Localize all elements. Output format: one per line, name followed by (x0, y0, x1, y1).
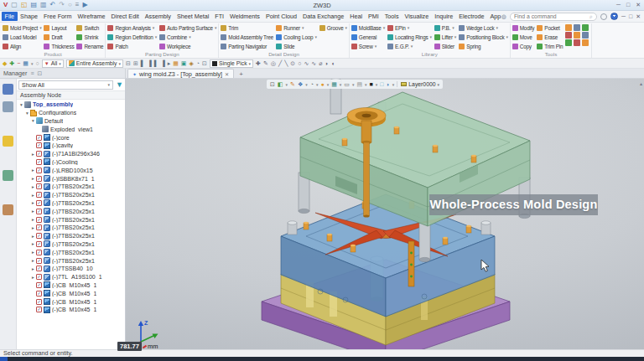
redo-icon[interactable]: ↷ (59, 1, 65, 9)
tool-icon[interactable] (574, 39, 580, 46)
ribbon-button-rename[interactable]: Rename (76, 42, 103, 50)
menu-tab-file[interactable]: File (2, 12, 18, 21)
tree-item-isbbk8x71-1[interactable]: ▸✓(-)ISBBK8x71_1 (17, 174, 125, 183)
layer-dropdown[interactable]: Layer0000 ▾ (397, 81, 439, 87)
checkbox[interactable]: ✓ (36, 151, 42, 157)
ribbon-button-e-g-p[interactable]: E.G.P.▾ (387, 42, 432, 50)
checkbox[interactable]: ✓ (36, 258, 42, 264)
checkbox[interactable]: ✓ (36, 200, 42, 206)
app-logo-icon[interactable]: V (3, 1, 8, 9)
toolbar-icon[interactable]: ▐ (161, 59, 165, 68)
tree-item-7tbs20x25x1[interactable]: ▸✓(-)7TBS20x25x1 (17, 215, 125, 224)
tree-item-7tbs20x25x1[interactable]: ▸✓(-)7TBS20x25x1 (17, 232, 125, 240)
filter-dropdown[interactable]: ▼ All ▾ (42, 59, 64, 68)
view-toolbar-icon[interactable]: ■ (370, 80, 373, 88)
ribbon-button-groove[interactable]: Groove▾ (319, 23, 347, 32)
expander-icon[interactable]: ▸ (30, 176, 36, 181)
doc-minimize-icon[interactable]: ─ (621, 13, 626, 19)
ribbon-button-modify[interactable]: Modify (512, 23, 535, 32)
ribbon-button-shrink[interactable]: Shrink (76, 33, 103, 41)
view-toolbar-icon[interactable]: ✎ (290, 80, 295, 88)
pick-mode-dropdown[interactable]: Single Pick ▾ (210, 59, 253, 68)
minimize-icon[interactable]: ─ (616, 2, 621, 8)
tree-item-cavity[interactable]: ✓(-)cavity (17, 142, 125, 150)
menu-tab-inquire[interactable]: Inquire (432, 12, 456, 21)
toolbar-icon[interactable]: ✚ (256, 59, 261, 68)
menu-tab-heal[interactable]: Heal (347, 12, 366, 21)
tree-item-7tbs20x25x1[interactable]: ▸✓(-)7TBS20x25x1 (17, 240, 125, 249)
ribbon-button-align[interactable]: Align (3, 42, 41, 50)
panel-dock-icon[interactable]: ⊡ (37, 70, 42, 77)
checkbox[interactable]: ✓ (36, 183, 42, 189)
ribbon-button-general[interactable]: General (351, 33, 385, 41)
ribbon-button-slide[interactable]: Slide (276, 42, 317, 50)
expander-icon[interactable]: ▸ (30, 275, 36, 280)
expander-icon[interactable]: ▸ (30, 200, 36, 205)
checkbox[interactable]: ✓ (36, 192, 42, 198)
ribbon-button-parting-navigator[interactable]: Parting Navigator (221, 42, 273, 50)
toolbar-icon[interactable]: ╱ (278, 59, 282, 68)
menu-tab-sheet-metal[interactable]: Sheet Metal (174, 12, 211, 21)
tree-item-cooling[interactable]: ✓(-)Cooling (17, 158, 125, 167)
checkbox[interactable]: ✓ (36, 282, 42, 288)
visual-manager-tab-icon[interactable] (3, 136, 13, 147)
tree-item-configurations[interactable]: ▾Configurations (17, 109, 125, 117)
toolbar-icon[interactable]: ▦ (23, 59, 29, 68)
filter-funnel-icon[interactable]: ▼ (116, 81, 123, 89)
ribbon-button-erase[interactable]: Erase (537, 33, 563, 41)
toolbar-icon[interactable]: ▦ (173, 59, 179, 68)
ribbon-button-trim[interactable]: Trim (221, 23, 273, 32)
ribbon-button-epin[interactable]: EPin▾ (387, 23, 432, 32)
view-toolbar-icon[interactable]: ▭ (344, 80, 350, 88)
ribbon-button-runner[interactable]: Runner▾ (276, 23, 317, 32)
command-search[interactable]: ⌕ (510, 13, 597, 21)
ribbon-button-workpiece[interactable]: Workpiece (159, 42, 216, 50)
search-input[interactable] (514, 13, 588, 19)
toolbar-icon[interactable]: ▸ (168, 59, 171, 68)
checkbox[interactable]: ✓ (36, 266, 42, 271)
view-toolbar-icon[interactable]: ◧ (278, 80, 283, 88)
checkbox[interactable]: ✓ (36, 209, 42, 214)
collapse-chevron-icon[interactable]: ▴ (640, 80, 642, 86)
save-icon[interactable]: ▤ (30, 1, 37, 9)
toolbar-icon[interactable]: ⊞ (133, 59, 138, 68)
expander-icon[interactable]: ▾ (24, 111, 30, 116)
checkbox[interactable]: ✓ (36, 241, 42, 247)
ribbon-button-spring[interactable]: Spring (459, 42, 508, 50)
expander-icon[interactable]: ▾ (30, 118, 36, 123)
toolbar-icon[interactable]: ◈ (189, 59, 193, 68)
tree-item-cb-m10x45-1[interactable]: ✓(-)CB_M10x45_1 (17, 289, 125, 297)
view-toolbar-icon[interactable]: ◔ (310, 80, 314, 88)
tree-item-lrbd100x15[interactable]: ▸✓(-)LRBD100x15 (17, 166, 125, 174)
tree-item-7tl-a19s100-1[interactable]: ▸✓(-)7TL_A19S100_1 (17, 273, 125, 281)
checkbox[interactable]: ✓ (36, 168, 42, 173)
tree-item-exploded-view1[interactable]: Exploded_view1 (17, 125, 125, 133)
toolbar-icon[interactable]: ⌀ (319, 59, 322, 68)
menu-tab-point-cloud[interactable]: Point Cloud (262, 12, 299, 21)
toolbar-icon[interactable]: ⊡ (202, 59, 207, 68)
expander-icon[interactable]: ▸ (30, 241, 36, 246)
expander-icon[interactable]: ▸ (30, 193, 36, 198)
checkbox[interactable]: ✓ (36, 291, 42, 297)
view-toolbar-icon[interactable]: ▦ (331, 80, 337, 88)
view-toolbar-icon[interactable]: ◗ (387, 80, 390, 88)
ribbon-button-load-model[interactable]: Load Model (3, 33, 41, 41)
ribbon-button-draft[interactable]: Draft (44, 33, 74, 41)
ribbon-button-patch[interactable]: Patch (107, 42, 157, 50)
ribbon-button-switch[interactable]: Switch (76, 23, 103, 32)
tree-item-71a1bi296x346[interactable]: ▸✓(-)71A1BI296x346 (17, 150, 125, 158)
toolbar-icon[interactable]: ✚ (9, 59, 14, 68)
tree-item-7tbs20x25x1[interactable]: ▸✓(-)7TBS20x25x1 (17, 191, 125, 199)
menu-tab-app[interactable]: App (487, 12, 501, 21)
user-avatar[interactable] (610, 13, 618, 20)
ribbon-button-trim-pin[interactable]: Trim Pin (537, 42, 563, 50)
expander-icon[interactable]: ▸ (30, 250, 36, 255)
tool-icon[interactable] (582, 24, 589, 31)
tool-icon[interactable] (574, 32, 580, 39)
tree-item-7tbs20x25x1[interactable]: ▸✓(-)7TBS20x25x1 (17, 224, 125, 232)
tool-icon[interactable] (582, 39, 589, 46)
tree-item-cb-m10x45-1[interactable]: ✓(-)CB_M10x45_1 (17, 281, 125, 290)
ribbon-button-cooling-loop[interactable]: Cooling Loop▾ (276, 33, 317, 41)
scope-dropdown[interactable]: Entire Assembly ▾ (66, 59, 123, 68)
checkbox[interactable]: ✓ (36, 159, 42, 165)
